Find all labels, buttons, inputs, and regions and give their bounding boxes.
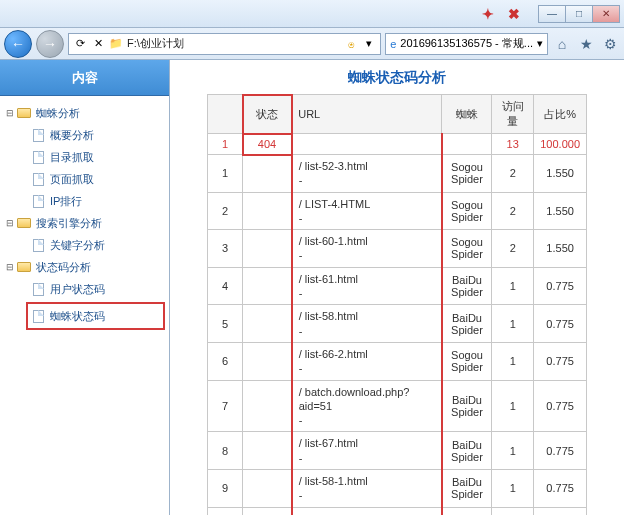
favorites-icon[interactable]: ★ [576, 34, 596, 54]
cell-status [243, 267, 292, 305]
sidebar: 内容 ⊟蜘蛛分析概要分析目录抓取页面抓取IP排行⊟搜索引擎分析关键字分析⊟状态码… [0, 60, 170, 515]
cell-index: 10 [208, 507, 243, 515]
cell-pct: 0.775 [534, 470, 587, 508]
col-url: URL [292, 95, 442, 134]
cell-index: 1 [208, 134, 243, 155]
table-row: 2/ LIST-4.HTML-Sogou Spider21.550 [208, 192, 587, 230]
tree-item[interactable]: 蜘蛛状态码 [30, 305, 161, 327]
cell-index: 3 [208, 230, 243, 268]
browser-toolbar: ← → ⟳ ✕ 📁 F:\创业计划 ⍟ ▾ e 201696135136575 … [0, 28, 624, 60]
tree-item-label: 关键字分析 [50, 238, 105, 253]
cell-visits: 1 [492, 267, 534, 305]
favorite-icon[interactable]: ⍟ [344, 37, 358, 51]
close-app-icon[interactable]: ✖ [505, 5, 523, 23]
cell-visits: 1 [492, 432, 534, 470]
tab-dropdown-icon[interactable]: ▾ [537, 37, 543, 50]
address-text: F:\创业计划 [127, 36, 340, 51]
cell-pct: 0.775 [534, 432, 587, 470]
tree-item[interactable]: 用户状态码 [4, 278, 165, 300]
tree-item[interactable]: 页面抓取 [4, 168, 165, 190]
cell-url: / LIST-4.HTML- [292, 192, 442, 230]
cell-spider: BaiDu Spider [442, 470, 492, 508]
cell-status [243, 155, 292, 193]
cell-url: / list-67.html- [292, 432, 442, 470]
user-icon: ✦ [479, 5, 497, 23]
cell-status [243, 380, 292, 432]
tree-group[interactable]: ⊟搜索引擎分析 [4, 212, 165, 234]
cell-url: / list-58-1.html- [292, 470, 442, 508]
sidebar-title: 内容 [0, 60, 169, 96]
tree-item[interactable]: 关键字分析 [4, 234, 165, 256]
minimize-button[interactable]: — [538, 5, 566, 23]
cell-pct: 0.775 [534, 507, 587, 515]
page-icon [30, 150, 46, 164]
cell-visits: 1 [492, 342, 534, 380]
tree-group[interactable]: ⊟状态码分析 [4, 256, 165, 278]
cell-spider: BaiDu Spider [442, 305, 492, 343]
forward-button[interactable]: → [36, 30, 64, 58]
tab-title: 201696135136575 - 常规... [400, 36, 533, 51]
summary-row: 140413100.000 [208, 134, 587, 155]
maximize-button[interactable]: □ [565, 5, 593, 23]
stop-icon[interactable]: ✕ [91, 37, 105, 51]
cell-spider: Sogou Spider [442, 342, 492, 380]
cell-spider [442, 134, 492, 155]
cell-url: / batch.download.php?aid=51- [292, 380, 442, 432]
cell-url: / list-47.html- [292, 507, 442, 515]
tree-group[interactable]: ⊟蜘蛛分析 [4, 102, 165, 124]
twisty-icon[interactable]: ⊟ [4, 262, 16, 272]
cell-status [243, 230, 292, 268]
close-button[interactable]: ✕ [592, 5, 620, 23]
tab-strip[interactable]: e 201696135136575 - 常规... ▾ [385, 33, 548, 55]
cell-spider: Sogou Spider [442, 155, 492, 193]
page-icon [30, 172, 46, 186]
cell-pct: 1.550 [534, 230, 587, 268]
tree-group-label: 状态码分析 [36, 260, 91, 275]
cell-url: / list-60-1.html- [292, 230, 442, 268]
folder-icon [16, 216, 32, 230]
table-row: 1/ list-52-3.html-Sogou Spider21.550 [208, 155, 587, 193]
col-visits: 访问量 [492, 95, 534, 134]
cell-status [243, 470, 292, 508]
cell-url: / list-58.html- [292, 305, 442, 343]
table-row: 9/ list-58-1.html-BaiDu Spider10.775 [208, 470, 587, 508]
cell-index: 1 [208, 155, 243, 193]
dropdown-icon[interactable]: ▾ [362, 37, 376, 51]
back-button[interactable]: ← [4, 30, 32, 58]
page-icon [30, 309, 46, 323]
settings-icon[interactable]: ⚙ [600, 34, 620, 54]
tree-item[interactable]: IP排行 [4, 190, 165, 212]
cell-pct: 0.775 [534, 380, 587, 432]
tree-item[interactable]: 概要分析 [4, 124, 165, 146]
table-row: 7/ batch.download.php?aid=51-BaiDu Spide… [208, 380, 587, 432]
address-bar[interactable]: ⟳ ✕ 📁 F:\创业计划 ⍟ ▾ [68, 33, 381, 55]
tree-item-label: 目录抓取 [50, 150, 94, 165]
cell-spider: BaiDu Spider [442, 432, 492, 470]
cell-url: / list-61.html- [292, 267, 442, 305]
twisty-icon[interactable]: ⊟ [4, 108, 16, 118]
cell-index: 6 [208, 342, 243, 380]
cell-pct: 1.550 [534, 155, 587, 193]
table-row: 4/ list-61.html-BaiDu Spider10.775 [208, 267, 587, 305]
cell-visits: 1 [492, 470, 534, 508]
cell-spider: Sogou Spider [442, 192, 492, 230]
cell-pct: 0.775 [534, 267, 587, 305]
cell-spider: BaiDu Spider [442, 380, 492, 432]
table-header-row: 状态 URL 蜘蛛 访问量 占比% [208, 95, 587, 134]
reload-icon[interactable]: ⟳ [73, 37, 87, 51]
home-icon[interactable]: ⌂ [552, 34, 572, 54]
cell-visits: 1 [492, 305, 534, 343]
twisty-icon[interactable]: ⊟ [4, 218, 16, 228]
highlighted-item[interactable]: 蜘蛛状态码 [26, 302, 165, 330]
main-panel[interactable]: 蜘蛛状态码分析 状态 URL 蜘蛛 访问量 占比% 140413100.0001… [170, 60, 624, 515]
cell-index: 7 [208, 380, 243, 432]
folder-icon: 📁 [109, 37, 123, 51]
cell-url [292, 134, 442, 155]
ie-icon: e [390, 38, 396, 50]
page-icon [30, 282, 46, 296]
table-row: 8/ list-67.html-BaiDu Spider10.775 [208, 432, 587, 470]
page-icon [30, 128, 46, 142]
cell-pct: 0.775 [534, 342, 587, 380]
status-table: 状态 URL 蜘蛛 访问量 占比% 140413100.0001/ list-5… [207, 94, 587, 515]
tree-item[interactable]: 目录抓取 [4, 146, 165, 168]
